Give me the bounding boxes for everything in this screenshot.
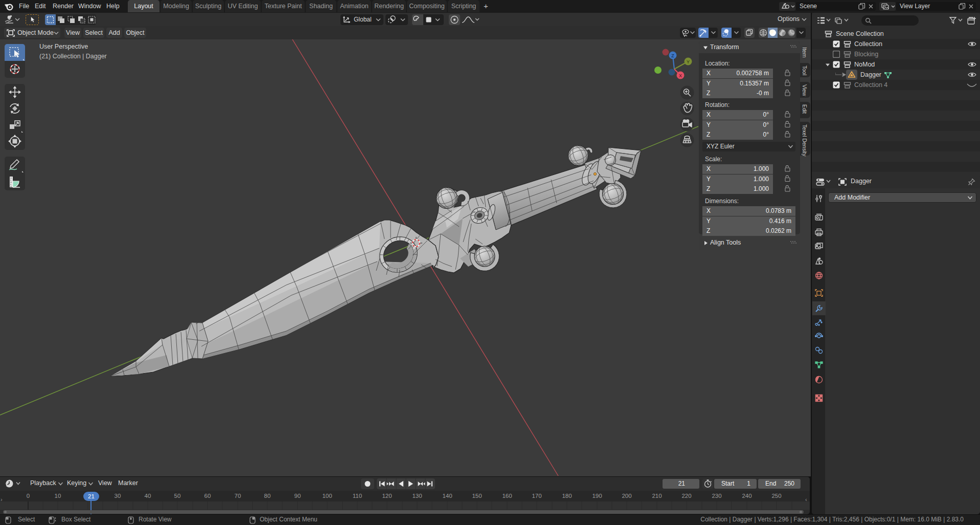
svg-text:Y: Y (687, 59, 690, 64)
svg-text:Z: Z (671, 53, 674, 58)
svg-text:X: X (679, 73, 682, 78)
